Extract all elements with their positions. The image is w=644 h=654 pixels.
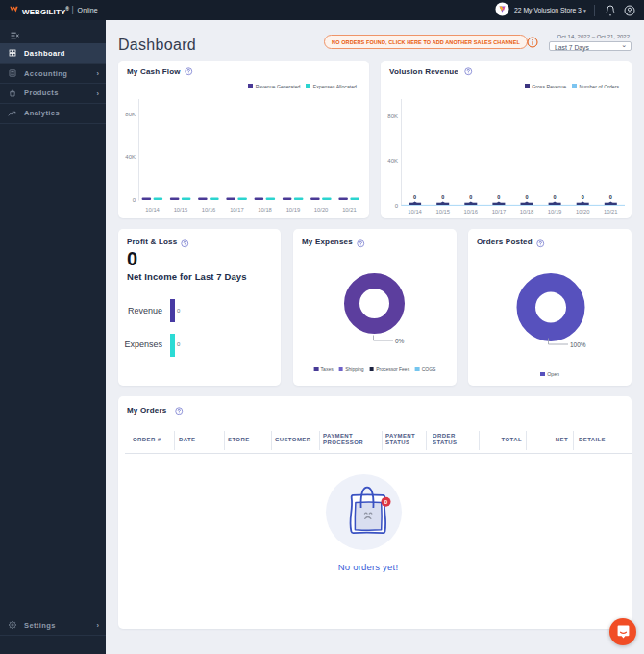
svg-text:0: 0 xyxy=(384,498,388,505)
svg-text:0%: 0% xyxy=(395,338,405,344)
svg-text:80K: 80K xyxy=(387,113,398,119)
svg-text:0: 0 xyxy=(525,194,528,200)
svg-text:10/20: 10/20 xyxy=(314,207,329,213)
svg-text:10/17: 10/17 xyxy=(230,207,244,213)
svg-text:10/15: 10/15 xyxy=(174,207,188,213)
svg-text:0: 0 xyxy=(395,203,399,209)
svg-text:10/14: 10/14 xyxy=(408,209,422,214)
svg-text:0: 0 xyxy=(582,194,584,200)
svg-text:10/19: 10/19 xyxy=(548,209,562,214)
svg-text:10/14: 10/14 xyxy=(145,207,160,213)
svg-text:10/17: 10/17 xyxy=(492,209,507,214)
svg-text:40K: 40K xyxy=(125,154,136,160)
svg-text:0: 0 xyxy=(554,194,557,200)
svg-text:0: 0 xyxy=(133,197,136,203)
svg-text:0: 0 xyxy=(609,194,612,200)
svg-text:10/16: 10/16 xyxy=(464,209,479,214)
svg-text:0: 0 xyxy=(441,194,444,200)
svg-text:10/19: 10/19 xyxy=(286,207,301,213)
svg-text:10/20: 10/20 xyxy=(576,209,590,214)
svg-text:10/21: 10/21 xyxy=(342,207,357,213)
svg-text:10/15: 10/15 xyxy=(435,209,450,214)
svg-text:0: 0 xyxy=(497,194,500,200)
svg-text:40K: 40K xyxy=(387,158,398,164)
svg-text:80K: 80K xyxy=(125,112,136,117)
svg-text:100%: 100% xyxy=(570,341,586,348)
svg-text:10/21: 10/21 xyxy=(604,209,618,214)
svg-text:10/16: 10/16 xyxy=(202,207,216,213)
svg-text:0: 0 xyxy=(469,194,472,200)
svg-text:0: 0 xyxy=(413,194,416,200)
svg-text:10/18: 10/18 xyxy=(520,209,534,214)
svg-text:10/18: 10/18 xyxy=(258,207,272,213)
